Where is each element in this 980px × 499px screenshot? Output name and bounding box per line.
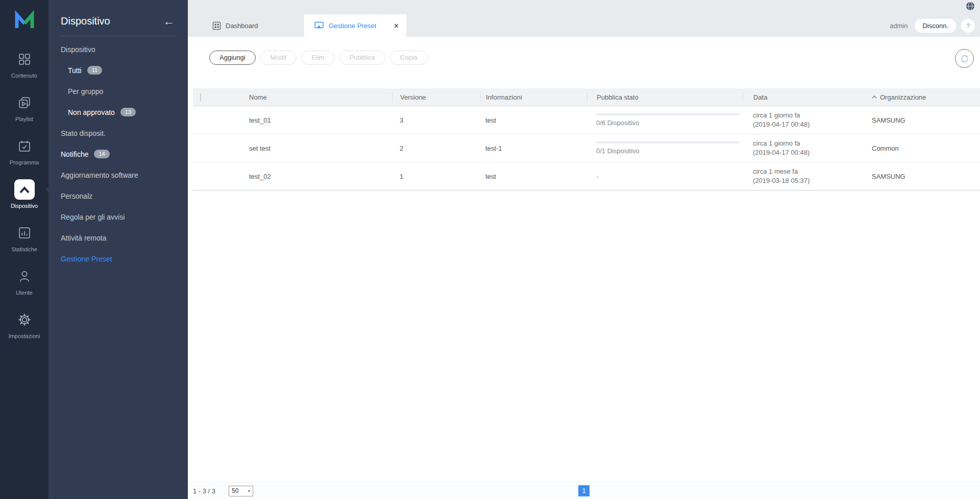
device-icon bbox=[14, 179, 35, 200]
tab-gestione-preset[interactable]: Gestione Preset ✕ bbox=[304, 14, 406, 37]
date-absolute: (2019-04-17 00:48) bbox=[753, 120, 862, 129]
user-area: admin Disconn. ? bbox=[890, 14, 975, 37]
table-row[interactable]: set test 2 test-1 0/1 Dispositivo circa … bbox=[193, 134, 980, 162]
publish-progress-bar bbox=[596, 113, 740, 115]
rail-item-programma[interactable]: Programma bbox=[0, 136, 48, 165]
top-strip bbox=[188, 0, 980, 14]
sidebar-item-aggiornamento-software[interactable]: Aggiornamento software bbox=[48, 164, 188, 185]
tab-label: Dashboard bbox=[226, 22, 258, 30]
cell-name: test_02 bbox=[239, 173, 392, 180]
sidebar-item-dispositivo[interactable]: Dispositivo bbox=[48, 39, 188, 60]
rail-item-label: Dispositivo bbox=[0, 203, 48, 209]
tab-label: Gestione Preset bbox=[329, 22, 376, 30]
help-button[interactable]: ? bbox=[961, 19, 975, 33]
statistics-icon bbox=[14, 223, 35, 243]
sidebar-item-label: Notifiche bbox=[61, 150, 88, 158]
refresh-button[interactable] bbox=[955, 49, 974, 68]
sidebar-divider bbox=[61, 36, 176, 36]
sidebar-item-tutti[interactable]: Tutti11 bbox=[48, 60, 188, 81]
sort-asc-icon bbox=[872, 96, 877, 99]
cell-publish-status: 0/6 Dispositivo bbox=[587, 113, 743, 127]
column-header-pubblica-stato[interactable]: Pubblica stato bbox=[587, 92, 743, 102]
sidebar-item-notifiche[interactable]: Notifiche14 bbox=[48, 144, 188, 164]
logout-button[interactable]: Disconn. bbox=[915, 19, 956, 33]
cell-name: test_01 bbox=[239, 116, 392, 124]
sidebar-item-gestione-preset[interactable]: Gestione Preset bbox=[48, 248, 188, 269]
sidebar-item-stato-disposit[interactable]: Stato disposit. bbox=[48, 123, 188, 144]
page-size-value: 50 bbox=[232, 487, 238, 494]
select-all-checkbox[interactable] bbox=[200, 93, 201, 102]
delete-button[interactable]: Elim bbox=[301, 51, 334, 65]
edit-button[interactable]: Modif bbox=[260, 51, 297, 65]
language-globe-icon[interactable] bbox=[965, 1, 975, 13]
sidebar-item-label: Stato disposit. bbox=[61, 129, 106, 137]
rail-item-utente[interactable]: Utente bbox=[0, 266, 48, 296]
rail-item-dispositivo[interactable]: Dispositivo bbox=[0, 179, 48, 209]
app-window: Contenuto Playlist Programma bbox=[0, 0, 980, 499]
column-header-nome[interactable]: Nome bbox=[239, 93, 392, 101]
publish-status-label: 0/1 Dispositivo bbox=[596, 147, 743, 155]
icon-rail: Contenuto Playlist Programma bbox=[0, 0, 48, 499]
rail-item-impostazioni[interactable]: Impostazioni bbox=[0, 310, 48, 339]
sidebar-item-non-approvato[interactable]: Non approvato13 bbox=[48, 102, 188, 123]
date-absolute: (2019-03-18 05:37) bbox=[753, 176, 862, 185]
close-icon[interactable]: ✕ bbox=[394, 22, 399, 30]
cell-organization: SAMSUNG bbox=[862, 173, 980, 180]
playlist-icon bbox=[14, 92, 35, 113]
pagination-bar: 1 - 3 / 3 50 ▾ 1 bbox=[188, 482, 980, 499]
refresh-icon bbox=[960, 54, 970, 64]
magicinfo-logo[interactable] bbox=[12, 0, 37, 49]
sidebar-item-label: Personalz bbox=[61, 192, 92, 200]
chevron-down-icon: ▾ bbox=[248, 489, 250, 493]
table-row[interactable]: test_01 3 test 0/6 Dispositivo circa 1 g… bbox=[193, 106, 980, 134]
cell-version: 2 bbox=[392, 145, 480, 152]
cell-version: 1 bbox=[392, 173, 480, 180]
sidebar-item-personalz[interactable]: Personalz bbox=[48, 185, 188, 206]
sidebar-item-label: Dispositivo bbox=[61, 45, 95, 54]
date-relative: circa 1 giorno fa bbox=[753, 139, 862, 148]
sidebar-item-label: Tutti bbox=[68, 66, 82, 75]
count-badge: 13 bbox=[120, 108, 136, 116]
settings-gear-icon bbox=[14, 310, 35, 330]
cell-info: test bbox=[480, 173, 587, 180]
sidebar-item-label: Non approvato bbox=[68, 108, 115, 116]
rail-item-contenuto[interactable]: Contenuto bbox=[0, 49, 48, 79]
sidebar-item-per-gruppo[interactable]: Per gruppo bbox=[48, 81, 188, 102]
preset-table: Nome Versione Informazioni Pubblica stat… bbox=[193, 88, 980, 191]
count-badge: 14 bbox=[94, 150, 109, 158]
date-relative: circa 1 giorno fa bbox=[753, 111, 862, 120]
cell-version: 3 bbox=[392, 116, 480, 124]
sidebar-item-label: Regola per gli avvisi bbox=[61, 213, 125, 221]
magicinfo-logo-icon bbox=[12, 8, 37, 33]
rail-item-label: Utente bbox=[0, 290, 48, 296]
sidebar-item-regola-avvisi[interactable]: Regola per gli avvisi bbox=[48, 206, 188, 227]
collapse-sidebar-icon[interactable]: ← bbox=[163, 16, 175, 27]
column-header-data[interactable]: Data bbox=[743, 92, 862, 102]
column-header-informazioni[interactable]: Informazioni bbox=[480, 92, 587, 102]
page-size-select[interactable]: 50 ▾ bbox=[229, 486, 253, 496]
column-header-versione[interactable]: Versione bbox=[392, 92, 480, 102]
sidebar-item-attivita-remota[interactable]: Attività remota bbox=[48, 227, 188, 248]
publish-button[interactable]: Pubblica bbox=[339, 51, 385, 65]
copy-button[interactable]: Copia bbox=[390, 51, 428, 65]
cell-date: circa 1 giorno fa (2019-04-17 00:48) bbox=[743, 111, 862, 129]
add-button[interactable]: Aggiungi bbox=[209, 51, 256, 65]
cell-date: circa 1 giorno fa (2019-04-17 00:48) bbox=[743, 139, 862, 157]
table-row[interactable]: test_02 1 test - circa 1 mese fa (2019-0… bbox=[193, 162, 980, 191]
page-number-button[interactable]: 1 bbox=[578, 485, 590, 496]
column-header-organizzazione[interactable]: Organizzazione bbox=[862, 93, 980, 101]
rail-item-label: Impostazioni bbox=[0, 333, 48, 339]
date-relative: circa 1 mese fa bbox=[753, 167, 862, 176]
cell-organization: SAMSUNG bbox=[862, 116, 980, 124]
cell-publish-status: - bbox=[587, 173, 743, 180]
tab-dashboard[interactable]: Dashboard bbox=[202, 14, 304, 37]
rail-item-statistiche[interactable]: Statistiche bbox=[0, 223, 48, 252]
rail-item-playlist[interactable]: Playlist bbox=[0, 92, 48, 122]
column-header-label: Organizzazione bbox=[880, 93, 926, 101]
rail-item-label: Programma bbox=[0, 159, 48, 165]
cell-organization: Common bbox=[862, 145, 980, 152]
cell-info: test bbox=[480, 116, 587, 124]
cell-date: circa 1 mese fa (2019-03-18 05:37) bbox=[743, 167, 862, 185]
count-badge: 11 bbox=[87, 66, 102, 75]
rail-item-label: Statistiche bbox=[0, 246, 48, 252]
